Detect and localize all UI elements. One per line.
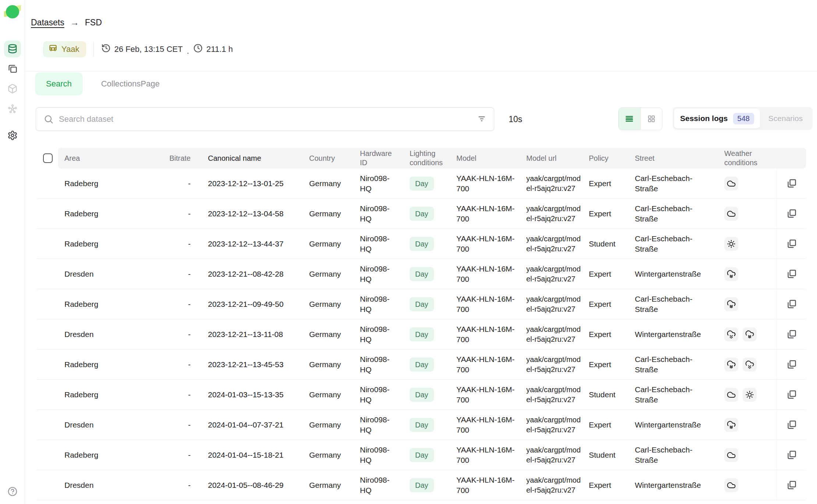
policy-cell: Expert [585, 349, 631, 379]
sidebar-item-datasets[interactable] [4, 40, 21, 57]
model-cell: YAAK-HLN-16M-700 [453, 199, 523, 228]
policy-cell: Expert [585, 319, 631, 349]
filter-button[interactable] [474, 111, 489, 128]
copy-row-button[interactable] [784, 266, 799, 282]
table-row[interactable]: Dresden - 2023-12-21--13-11-08 Germany N… [37, 319, 806, 349]
sidebar-item-settings[interactable] [4, 127, 21, 144]
copy-row-button[interactable] [784, 417, 799, 433]
grid-view-button[interactable] [640, 108, 662, 130]
copy-row-button[interactable] [784, 327, 799, 342]
country-cell: Germany [305, 168, 355, 198]
bitrate-cell: - [162, 380, 194, 409]
breadcrumb-datasets-link[interactable]: Datasets [31, 18, 64, 28]
area-cell: Radeberg [58, 289, 162, 319]
sidebar [0, 0, 25, 504]
table-row[interactable]: Radeberg - 2023-12-12--13-04-58 Germany … [37, 199, 806, 229]
copy-row-button[interactable] [784, 236, 799, 252]
street-cell: Wintergartenstraße [631, 470, 719, 500]
rain-icon [724, 358, 738, 372]
model-cell: YAAK-HLN-16M-700 [453, 259, 523, 289]
copy-row-button[interactable] [784, 176, 799, 191]
search-input[interactable] [59, 114, 474, 124]
table-row[interactable]: Dresden - 2023-12-21--08-42-28 Germany N… [37, 259, 806, 289]
history-clock-icon [101, 43, 111, 55]
copy-row-button[interactable] [784, 447, 799, 463]
copy-icon [786, 480, 797, 491]
tab-search[interactable]: Search [35, 72, 83, 95]
country-cell: Germany [305, 380, 355, 409]
bitrate-cell: - [162, 168, 194, 198]
search-icon [43, 114, 54, 124]
country-cell: Germany [305, 289, 355, 319]
model-cell: YAAK-HLN-16M-700 [453, 349, 523, 379]
recorded-at: 26 Feb, 13:15 CET [101, 43, 183, 55]
table-row[interactable]: Radeberg - 2024-01-03--15-13-35 Germany … [37, 380, 806, 410]
street-cell: Carl-Eschebach-Straße [631, 199, 719, 228]
col-header-hardware-id: Hardware ID [355, 148, 405, 168]
weather-conditions-cell [719, 199, 777, 228]
divider [93, 42, 94, 57]
col-header-bitrate: Bitrate [162, 148, 194, 168]
lighting-badge: Day [410, 207, 434, 221]
model-url-cell: yaak/cargpt/model-r5ajq2ru:v27 [523, 349, 585, 379]
col-header-model: Model [453, 148, 523, 168]
area-cell: Dresden [58, 259, 162, 289]
interval-filter[interactable]: 10s [509, 107, 522, 131]
street-cell: Wintergartenstraße [631, 319, 719, 349]
weather-conditions-cell [719, 470, 777, 500]
copy-row-button[interactable] [784, 297, 799, 312]
table-row[interactable]: Radeberg - 2023-12-12--13-01-25 Germany … [37, 168, 806, 199]
table-row[interactable]: Dresden - 2024-01-05--08-46-29 Germany N… [37, 470, 806, 500]
copy-row-button[interactable] [784, 206, 799, 221]
lighting-conditions-cell: Day [405, 168, 453, 198]
select-all-checkbox[interactable] [43, 153, 53, 163]
breadcrumb-arrow-icon: → [70, 17, 79, 28]
lighting-conditions-cell: Day [405, 440, 453, 470]
canonical-name-cell: 2023-12-21--09-49-50 [194, 289, 305, 319]
rain-icon [724, 297, 738, 311]
segment-scenarios[interactable]: Scenarios [760, 109, 811, 128]
sun-icon [724, 237, 738, 251]
canonical-name-cell: 2023-12-12--13-01-25 [194, 168, 305, 198]
copy-row-button[interactable] [784, 478, 799, 493]
sidebar-item-graph[interactable] [4, 100, 21, 117]
table-row[interactable]: Radeberg - 2023-12-12--13-44-37 Germany … [37, 229, 806, 259]
sidebar-item-collections[interactable] [4, 60, 21, 77]
copy-icon [786, 450, 797, 461]
help-button[interactable] [4, 483, 21, 500]
copy-row-button[interactable] [784, 387, 799, 402]
header-divider [25, 71, 817, 71]
cube-icon [7, 84, 18, 94]
bitrate-cell: - [162, 440, 194, 470]
model-cell: YAAK-HLN-16M-700 [453, 440, 523, 470]
area-cell: Radeberg [58, 440, 162, 470]
sidebar-item-packages[interactable] [4, 80, 21, 97]
search-box [36, 107, 494, 131]
model-url-cell: yaak/cargpt/model-r5ajq2ru:v27 [523, 259, 585, 289]
lighting-conditions-cell: Day [405, 259, 453, 289]
street-cell: Carl-Eschebach-Straße [631, 229, 719, 259]
copy-icon [786, 359, 797, 370]
tab-collections-page[interactable]: CollectionsPage [101, 79, 160, 89]
list-view-button[interactable] [619, 108, 640, 130]
model-url-cell: yaak/cargpt/model-r5ajq2ru:v27 [523, 470, 585, 500]
copy-row-button[interactable] [784, 357, 799, 372]
hardware-id-cell: Niro098-HQ [355, 229, 405, 259]
segment-session-logs[interactable]: Session logs 548 [674, 109, 760, 128]
canonical-name-cell: 2023-12-12--13-44-37 [194, 229, 305, 259]
table-row[interactable]: Dresden - 2024-01-04--07-37-21 Germany N… [37, 410, 806, 440]
clock-icon [193, 43, 203, 55]
country-cell: Germany [305, 470, 355, 500]
car-icon [48, 43, 58, 55]
table-row[interactable]: Radeberg - 2024-01-04--15-18-21 Germany … [37, 440, 806, 470]
weather-conditions-cell [719, 410, 777, 440]
copy-icon [786, 389, 797, 400]
device-badge[interactable]: Yaak [43, 41, 86, 57]
cloud-icon [724, 207, 738, 221]
table-row[interactable]: Radeberg - 2023-12-21--13-45-53 Germany … [37, 349, 806, 380]
canonical-name-cell: 2023-12-21--08-42-28 [194, 259, 305, 289]
table-row[interactable]: Radeberg - 2023-12-21--09-49-50 Germany … [37, 289, 806, 319]
lighting-badge: Day [410, 237, 434, 251]
lighting-conditions-cell: Day [405, 199, 453, 228]
model-url-cell: yaak/cargpt/model-r5ajq2ru:v27 [523, 289, 585, 319]
